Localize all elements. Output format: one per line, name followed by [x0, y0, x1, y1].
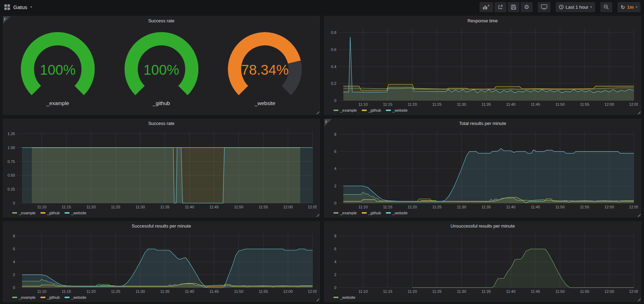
svg-text:0.2: 0.2 [331, 81, 336, 86]
legend-series-name: _example [340, 211, 357, 215]
legend-color-swatch [334, 297, 338, 298]
svg-text:11:35: 11:35 [482, 289, 491, 294]
cycle-view-button[interactable] [538, 2, 550, 12]
refresh-picker[interactable]: ↻ 1m ▾ [617, 2, 641, 12]
svg-text:11:55: 11:55 [580, 102, 590, 106]
legend-series-name: _website [340, 295, 355, 299]
svg-text:1.25: 1.25 [8, 132, 15, 136]
svg-text:11:20: 11:20 [86, 205, 96, 209]
legend-item-_website[interactable]: _website [65, 295, 86, 299]
chevron-down-icon: ▾ [30, 6, 32, 9]
svg-text:0: 0 [13, 286, 15, 290]
legend-color-swatch [41, 212, 45, 214]
panel-resize-handle[interactable] [637, 111, 641, 114]
panel-info-icon[interactable]: i [3, 16, 10, 24]
svg-text:8: 8 [334, 132, 336, 136]
panel-title[interactable]: Success rate [3, 16, 320, 25]
save-button[interactable] [508, 2, 519, 12]
gear-icon: ⚙ [524, 4, 529, 10]
panel-title[interactable]: Success rate [3, 119, 320, 128]
svg-text:11:30: 11:30 [457, 289, 466, 294]
svg-text:11:45: 11:45 [531, 102, 540, 106]
legend-series-name: _github [368, 108, 381, 112]
panel-resize-handle[interactable] [637, 214, 641, 217]
legend-color-swatch [12, 212, 17, 214]
legend-item-_example[interactable]: _example [12, 211, 36, 215]
legend-item-_website[interactable]: _website [65, 211, 86, 215]
dashboards-grid-icon[interactable] [4, 4, 10, 10]
dashboard-title[interactable]: Gatus [13, 4, 27, 10]
refresh-icon: ↻ [621, 5, 625, 10]
svg-text:11:45: 11:45 [210, 205, 219, 209]
svg-text:11:25: 11:25 [111, 289, 120, 294]
legend-item-_github[interactable]: _github [41, 295, 60, 299]
legend-series-name: _github [47, 295, 60, 299]
successful-results-chart[interactable]: 0246811:1011:1511:2011:2511:3011:3511:40… [5, 231, 317, 294]
tv-monitor-icon [541, 4, 547, 10]
svg-text:12:05: 12:05 [308, 289, 317, 294]
legend-item-_example[interactable]: _example [12, 295, 36, 299]
time-range-label: Last 1 hour [566, 5, 588, 10]
zoom-out-button[interactable] [600, 2, 612, 12]
svg-text:6: 6 [334, 247, 336, 251]
gauge-row: 100% _example 100% _github 78.34% _websi… [3, 25, 320, 114]
panel-resize-handle[interactable] [316, 214, 319, 217]
svg-text:11:55: 11:55 [259, 205, 268, 209]
legend-item-_website[interactable]: _website [334, 295, 355, 299]
panel-title[interactable]: Response time [324, 16, 641, 25]
svg-text:11:55: 11:55 [580, 205, 590, 209]
svg-text:2: 2 [334, 184, 336, 188]
svg-text:0.8: 0.8 [331, 30, 336, 35]
gauge-value: 100% [8, 62, 108, 78]
success-rate-chart[interactable]: 00.250.500.751.001.2511:1011:1511:2011:2… [5, 128, 317, 210]
unsuccessful-results-chart[interactable]: 0246811:1011:1511:2011:2511:3011:3511:40… [327, 231, 638, 294]
legend-series-name: _github [47, 211, 60, 215]
svg-text:1.00: 1.00 [8, 146, 15, 150]
svg-text:11:30: 11:30 [457, 102, 466, 106]
panel-resize-handle[interactable] [637, 298, 641, 301]
svg-text:11:55: 11:55 [259, 289, 268, 294]
svg-text:11:15: 11:15 [383, 102, 393, 106]
panel-resize-handle[interactable] [316, 111, 319, 114]
svg-text:12:00: 12:00 [283, 289, 293, 294]
total-results-chart[interactable]: 0246811:1011:1511:2011:2511:3011:3511:40… [327, 128, 638, 210]
legend-item-_example[interactable]: _example [334, 108, 357, 112]
share-button[interactable] [495, 2, 506, 12]
chart-legend: _example_github_website [324, 107, 641, 114]
legend-item-_github[interactable]: _github [362, 211, 381, 215]
svg-text:11:15: 11:15 [62, 289, 71, 294]
panel-info-icon[interactable]: i [324, 119, 332, 126]
svg-text:4: 4 [334, 166, 336, 171]
svg-text:11:40: 11:40 [506, 205, 515, 209]
panel-title[interactable]: Successful results per minute [3, 222, 320, 230]
legend-series-name: _example [340, 108, 357, 112]
svg-text:12:05: 12:05 [629, 102, 638, 106]
svg-text:0: 0 [334, 201, 336, 205]
refresh-interval-label: 1m [627, 5, 634, 10]
settings-button[interactable]: ⚙ [521, 2, 532, 12]
panel-response-time: Response time 00.20.40.60.811:1011:1511:… [324, 16, 641, 115]
legend-item-_example[interactable]: _example [334, 211, 357, 215]
legend-item-_website[interactable]: _website [386, 211, 408, 215]
svg-text:11:40: 11:40 [185, 289, 194, 294]
add-panel-button[interactable] [480, 2, 493, 12]
legend-item-_website[interactable]: _website [386, 108, 408, 112]
svg-text:11:20: 11:20 [408, 102, 417, 106]
svg-text:6: 6 [334, 149, 336, 154]
svg-text:11:10: 11:10 [37, 205, 46, 209]
legend-item-_github[interactable]: _github [362, 108, 381, 112]
svg-text:11:40: 11:40 [506, 289, 515, 294]
time-range-picker[interactable]: Last 1 hour ▾ [556, 2, 595, 12]
response-time-chart[interactable]: 00.20.40.60.811:1011:1511:2011:2511:3011… [327, 25, 638, 107]
legend-item-_github[interactable]: _github [41, 211, 60, 215]
panel-title[interactable]: Total results per minute [324, 119, 641, 128]
gauge-example: 100% _example [8, 32, 108, 106]
svg-text:11:30: 11:30 [136, 205, 145, 209]
panel-resize-handle[interactable] [316, 298, 319, 301]
svg-text:11:20: 11:20 [86, 289, 96, 294]
save-icon [511, 5, 516, 10]
svg-text:11:40: 11:40 [506, 102, 515, 106]
dashboard-grid: i Success rate 100% _example 100% _githu… [0, 14, 644, 304]
svg-text:11:50: 11:50 [234, 289, 243, 294]
panel-title[interactable]: Unsuccessful results per minute [324, 222, 641, 230]
